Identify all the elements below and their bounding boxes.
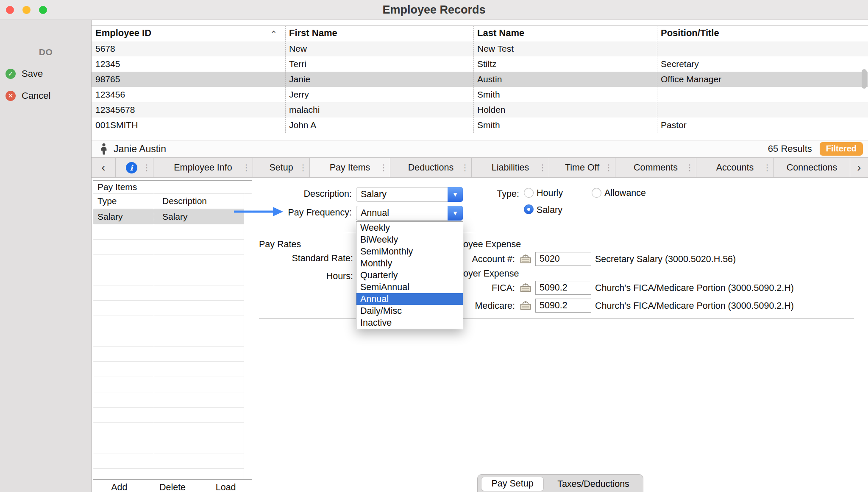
pay-items-col-type: Type [93, 193, 154, 209]
tab-time-off[interactable]: Time Off ⋮ [549, 158, 615, 177]
pay-item-empty-row [93, 255, 252, 270]
add-pay-item-button[interactable]: Add [93, 482, 146, 492]
tab-menu-icon[interactable]: ⋮ [538, 162, 547, 173]
column-header-employee-id[interactable]: Employee ID ⌃ [92, 26, 285, 41]
fica-description: Church's FICA/Medicare Portion (3000.509… [595, 282, 794, 294]
tab-menu-icon[interactable]: ⋮ [461, 162, 469, 173]
pay-items-panel: Pay Items Type Description Salary Salary [93, 180, 252, 480]
tab-comments[interactable]: Comments ⋮ [615, 158, 696, 177]
medicare-lookup-icon[interactable] [520, 300, 531, 312]
chevron-down-icon[interactable]: ▾ [448, 187, 463, 202]
radio-hourly[interactable] [524, 188, 534, 198]
current-record-name: Janie Austin [114, 143, 166, 155]
table-scrollbar[interactable] [860, 26, 868, 133]
radio-allowance[interactable] [592, 188, 601, 198]
tab-menu-icon[interactable]: ⋮ [604, 162, 613, 173]
medicare-description: Church's FICA/Medicare Portion (3000.509… [595, 300, 794, 312]
tab-accounts[interactable]: Accounts ⋮ [696, 158, 774, 177]
cancel-label: Cancel [22, 90, 50, 101]
pay-item-empty-row [93, 240, 252, 255]
tab-setup[interactable]: Setup ⋮ [253, 158, 310, 177]
radio-salary-selected[interactable] [524, 204, 534, 214]
column-header-first-name[interactable]: First Name [285, 26, 473, 41]
load-pay-item-button[interactable]: Load [199, 482, 252, 492]
chevron-right-icon: › [857, 159, 861, 176]
pay-frequency-value: Annual [361, 206, 389, 220]
pay-frequency-dropdown[interactable]: Annual ▾ [356, 206, 463, 221]
employee-row[interactable]: 5678 New New Test [92, 41, 868, 56]
tab-menu-icon[interactable]: ⋮ [142, 162, 151, 173]
column-header-position-title[interactable]: Position/Title [657, 26, 868, 41]
account-number-field[interactable]: 5020 [535, 252, 591, 266]
pay-item-empty-row [93, 438, 252, 453]
option-semimonthly[interactable]: SemiMonthly [356, 246, 463, 257]
cancel-button[interactable]: ✕ Cancel [6, 90, 50, 101]
tab-pay-items[interactable]: Pay Items ⋮ [310, 158, 390, 177]
pay-item-row-selected[interactable]: Salary Salary [93, 209, 252, 224]
radio-hourly-label[interactable]: Hourly [537, 187, 563, 199]
tab-menu-icon[interactable]: ⋮ [685, 162, 694, 173]
employee-row-selected[interactable]: 98765 Janie Austin Office Manager [92, 72, 868, 87]
tab-menu-icon[interactable]: ⋮ [299, 162, 307, 173]
tab-liabilities[interactable]: Liabilities ⋮ [472, 158, 549, 177]
pay-item-empty-row [93, 270, 252, 285]
save-label: Save [22, 68, 43, 79]
bottom-tab-bar: Pay Setup Taxes/Deductions [477, 474, 643, 492]
tab-employee-info[interactable]: Employee Info ⋮ [153, 158, 253, 177]
pay-items-scrollbar[interactable] [244, 193, 252, 479]
cancel-x-icon: ✕ [6, 91, 16, 101]
pay-item-empty-row [93, 469, 252, 480]
titlebar: Employee Records [0, 0, 868, 20]
option-weekly[interactable]: Weekly [356, 222, 463, 234]
account-lookup-icon[interactable] [520, 254, 531, 266]
pay-item-empty-row [93, 331, 252, 347]
employee-table-body: 5678 New New Test 12345 Terri Stiltz Sec… [92, 41, 868, 133]
sidebar-header: DO [0, 47, 92, 57]
description-dropdown[interactable]: Salary ▾ [356, 187, 463, 202]
delete-pay-item-button[interactable]: Delete [146, 482, 199, 492]
radio-salary-label[interactable]: Salary [537, 204, 562, 216]
column-divider [285, 26, 286, 133]
hours-label: Hours: [237, 270, 353, 282]
person-icon [99, 143, 108, 155]
fica-account-field[interactable]: 5090.2 [535, 281, 591, 295]
option-quarterly[interactable]: Quarterly [356, 269, 463, 281]
save-button[interactable]: ✓ Save [6, 68, 43, 79]
tab-taxes-deductions[interactable]: Taxes/Deductions [544, 479, 643, 489]
sort-ascending-icon[interactable]: ⌃ [270, 27, 277, 41]
option-monthly[interactable]: Monthly [356, 257, 463, 269]
chevron-down-icon[interactable]: ▾ [448, 206, 463, 221]
tabs-scroll-right-button[interactable]: › [850, 158, 868, 177]
filtered-badge[interactable]: Filtered [820, 142, 863, 156]
pay-item-empty-row [93, 423, 252, 438]
tab-menu-icon[interactable]: ⋮ [242, 162, 250, 173]
tab-connections[interactable]: Connections [774, 158, 850, 177]
radio-allowance-label[interactable]: Allowance [604, 187, 646, 199]
medicare-account-field[interactable]: 5090.2 [535, 299, 591, 313]
employee-row[interactable]: 001SMITH John A Smith Pastor [92, 117, 868, 133]
tab-pay-setup[interactable]: Pay Setup [481, 477, 544, 491]
tab-deductions[interactable]: Deductions ⋮ [390, 158, 472, 177]
account-description: Secretary Salary (3000.5020.H.56) [595, 253, 736, 265]
employee-row[interactable]: 12345 Terri Stiltz Secretary [92, 56, 868, 72]
app-window: Employee Records DO ✓ Save ✕ Cancel « Co… [0, 0, 868, 492]
tab-menu-icon[interactable]: ⋮ [379, 162, 388, 173]
option-biweekly[interactable]: BiWeekly [356, 234, 463, 246]
type-label: Type: [458, 188, 519, 200]
results-count: 65 Results [768, 143, 812, 154]
option-daily-misc[interactable]: Daily/Misc [356, 305, 463, 317]
fica-lookup-icon[interactable] [520, 282, 531, 294]
description-label: Description: [237, 188, 352, 200]
employee-row[interactable]: 12345678 malachi Holden [92, 102, 868, 117]
option-inactive[interactable]: Inactive [356, 317, 463, 329]
tabs-scroll-left-button[interactable]: ‹ [92, 158, 116, 177]
pay-item-empty-row [93, 392, 252, 408]
employee-row[interactable]: 123456 Jerry Smith [92, 87, 868, 102]
tab-record-info[interactable]: i ⋮ [116, 158, 153, 177]
table-scrollbar-thumb[interactable] [862, 69, 867, 89]
column-header-last-name[interactable]: Last Name [473, 26, 657, 41]
option-annual-selected[interactable]: Annual [356, 293, 463, 305]
option-semiannual[interactable]: SemiAnnual [356, 281, 463, 293]
pay-item-empty-row [93, 362, 252, 377]
tab-menu-icon[interactable]: ⋮ [763, 162, 771, 173]
